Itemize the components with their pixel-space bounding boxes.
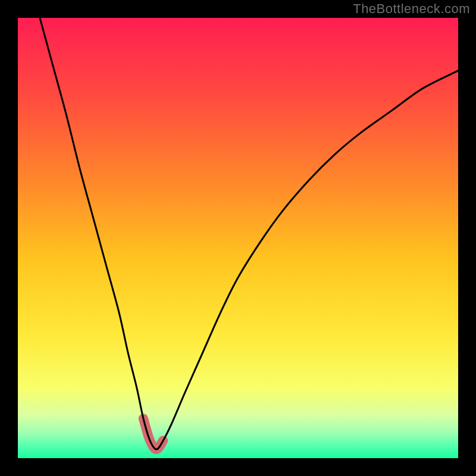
watermark-text: TheBottleneck.com: [353, 1, 470, 17]
bottleneck-chart: [18, 18, 458, 458]
gradient-background: [18, 18, 458, 458]
chart-container: TheBottleneck.com: [0, 0, 476, 476]
plot-area: [18, 18, 458, 458]
